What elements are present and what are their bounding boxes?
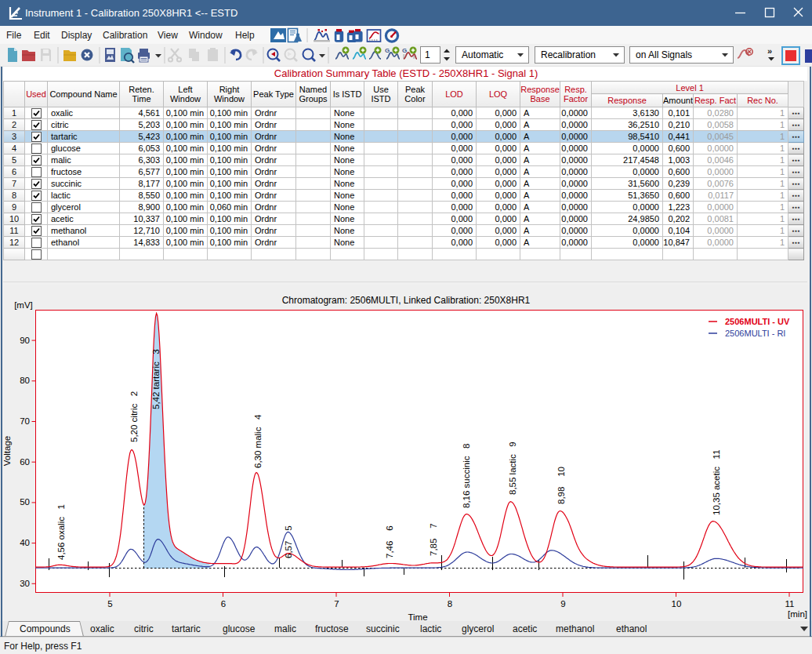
svg-text:G: G [385, 47, 390, 54]
svg-text:»: » [767, 46, 772, 56]
svg-text:5: 5 [107, 599, 112, 609]
svg-text:40: 40 [20, 538, 30, 547]
svg-text:8,16 succinic 8: 8,16 succinic 8 [462, 444, 471, 508]
svg-text:8,98 10: 8,98 10 [556, 467, 566, 504]
svg-text:30: 30 [20, 579, 30, 588]
svg-text:60: 60 [20, 457, 30, 467]
svg-text:Time: Time [408, 612, 427, 621]
svg-text:6,57 5: 6,57 5 [284, 525, 293, 558]
svg-text:Chromatogram: 2506MULTI, Linke: Chromatogram: 2506MULTI, Linked Calibrat… [282, 295, 531, 306]
svg-text:Voltage: Voltage [2, 436, 12, 466]
svg-text:[min]: [min] [788, 609, 807, 619]
svg-text:4,56 oxalic 1: 4,56 oxalic 1 [56, 504, 66, 560]
svg-text:2506MULTI - RI: 2506MULTI - RI [725, 329, 785, 338]
svg-text:11: 11 [785, 599, 795, 609]
svg-text:10,35 acetic 11: 10,35 acetic 11 [712, 449, 721, 515]
svg-text:5,20 citric 2: 5,20 citric 2 [129, 391, 139, 442]
svg-text:70: 70 [20, 416, 30, 426]
svg-text:2506MULTI - UV: 2506MULTI - UV [725, 317, 790, 326]
svg-text:8,55 lactic 9: 8,55 lactic 9 [508, 441, 517, 495]
svg-text:6,30 malic 4: 6,30 malic 4 [253, 414, 263, 468]
svg-text:6: 6 [221, 599, 226, 609]
svg-text:5,42 tartaric 3: 5,42 tartaric 3 [151, 349, 161, 409]
svg-text:9: 9 [560, 599, 565, 609]
svg-text:G: G [402, 47, 407, 54]
svg-text:7: 7 [334, 599, 339, 609]
svg-text:8: 8 [448, 599, 452, 609]
svg-text:90: 90 [20, 336, 30, 345]
svg-text:50: 50 [20, 497, 30, 507]
svg-text:[mV]: [mV] [14, 300, 33, 310]
svg-text:80: 80 [20, 376, 30, 385]
svg-text:7,46 6: 7,46 6 [385, 525, 394, 558]
svg-text:7,85 7: 7,85 7 [429, 523, 438, 556]
svg-text:10: 10 [672, 599, 682, 609]
